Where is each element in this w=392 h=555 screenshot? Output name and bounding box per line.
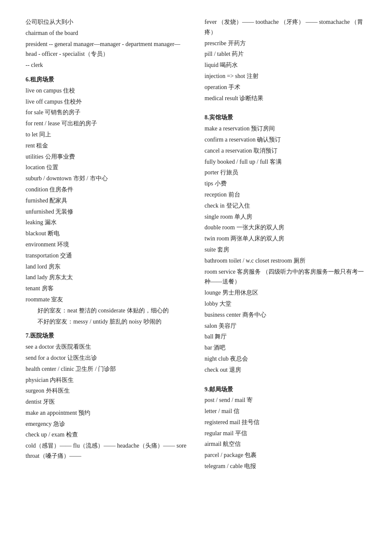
section-title: 6.租房场景 (26, 75, 187, 85)
entry-item: check in 登记入住 (205, 201, 366, 211)
entry-item: president -- general manager—manager - d… (26, 39, 187, 60)
entry-item: liquid 喝药水 (205, 60, 366, 70)
entry-item: for rent / lease 可出租的房子 (26, 119, 187, 129)
entry-item: location 位置 (26, 162, 187, 173)
entry-item: live on campus 住校 (26, 86, 187, 96)
entry-item: send for a doctor 让医生出诊 (26, 353, 187, 363)
entry-item: salon 美容厅 (205, 321, 366, 331)
entry-item: to let 同上 (26, 130, 187, 140)
entry-item: environment 环境 (26, 240, 187, 250)
entry-item: live off campus 住校外 (26, 97, 187, 107)
entry-item: telegram / cable 电报 (205, 461, 366, 471)
entry-item: parcel / package 包裹 (205, 450, 366, 460)
entry-item: 好的室友：neat 整洁的 considerate 体贴的，细心的 (26, 306, 187, 316)
entry-item: cold（感冒）—— flu（流感）—— headache（头痛）—— sore… (26, 441, 187, 461)
entry-item: ball 舞厅 (205, 332, 366, 342)
entry-item: tenant 房客 (26, 283, 187, 294)
entry-item: make a reservation 预订房间 (205, 124, 366, 134)
entry-item: night club 夜总会 (205, 354, 366, 364)
entry-item: 不好的室友：messy / untidy 脏乱的 noisy 吵闹的 (26, 317, 187, 327)
entry-item: pill / tablet 药片 (205, 49, 366, 59)
spacer (205, 104, 366, 109)
entry-item: health center / clinic 卫生所 / 门诊部 (26, 364, 187, 374)
entry-item: regular mail 平信 (205, 428, 366, 439)
entry-item: lounge 男士用休息区 (205, 288, 366, 298)
entry-item: leaking 漏水 (26, 217, 187, 228)
entry-item: 公司职位从大到小 (26, 17, 187, 27)
section-title: 8.宾馆场景 (205, 113, 366, 123)
entry-item: confirm a reservation 确认预订 (205, 135, 366, 145)
entry-item: land lord 房东 (26, 262, 187, 272)
left-column: 公司职位从大到小chairman of the boardpresident -… (26, 17, 187, 472)
entry-item: single room 单人房 (205, 212, 366, 222)
entry-item: check out 退房 (205, 365, 366, 375)
entry-item: reception 前台 (205, 190, 366, 200)
entry-item: emergency 急诊 (26, 419, 187, 429)
entry-item: suite 套房 (205, 245, 366, 255)
entry-item: land lady 房东太太 (26, 272, 187, 283)
entry-item: cancel a reservation 取消预订 (205, 146, 366, 156)
entry-item: airmail 航空信 (205, 439, 366, 449)
entry-item: prescribe 开药方 (205, 38, 366, 49)
entry-item: chairman of the board (26, 28, 187, 38)
entry-item: surgeon 外科医生 (26, 386, 187, 396)
entry-item: medical result 诊断结果 (205, 93, 366, 104)
entry-item: business center 商务中心 (205, 310, 366, 320)
entry-item: injection => shot 注射 (205, 71, 366, 81)
entry-item: porter 行旅员 (205, 168, 366, 178)
entry-item: lobby 大堂 (205, 299, 366, 309)
entry-item: operation 手术 (205, 82, 366, 92)
entry-item: suburb / downtown 市郊 / 市中心 (26, 173, 187, 184)
entry-item: blackout 断电 (26, 228, 187, 239)
entry-item: rent 租金 (26, 141, 187, 151)
entry-item: check up / exam 检查 (26, 430, 187, 440)
entry-item: post / send / mail 寄 (205, 395, 366, 405)
entry-item: transportation 交通 (26, 251, 187, 261)
entry-item: roommate 室友 (26, 295, 187, 305)
entry-item: unfurnished 无装修 (26, 207, 187, 217)
entry-item: make an appointment 预约 (26, 408, 187, 418)
entry-item: twin room 两张单人床的双人房 (205, 234, 366, 244)
entry-item: furnished 配家具 (26, 196, 187, 206)
entry-item: condition 住房条件 (26, 185, 187, 195)
entry-item: fully booked / full up / full 客满 (205, 157, 366, 167)
right-column: fever （发烧）—— toothache （牙疼） —— stomachac… (205, 17, 366, 472)
entry-item: bathroom toilet / w.c closet restroom 厕所 (205, 256, 366, 266)
entry-item: room service 客房服务 （四级听力中的客房服务一般只有考一种——送餐… (205, 267, 366, 287)
entry-item: registered mail 挂号信 (205, 417, 366, 428)
entry-item: tips 小费 (205, 179, 366, 189)
entry-item: double room 一张大床的双人房 (205, 223, 366, 233)
entry-item: bar 酒吧 (205, 343, 366, 353)
entry-item: see a doctor 去医院看医生 (26, 342, 187, 352)
entry-item: for sale 可销售的房子 (26, 107, 187, 118)
entry-item: dentist 牙医 (26, 397, 187, 407)
section-title: 9.邮局场景 (205, 384, 366, 395)
entry-item: physician 内科医生 (26, 375, 187, 385)
entry-item: letter / mail 信 (205, 406, 366, 416)
section-title: 7.医院场景 (26, 331, 187, 341)
entry-item: fever （发烧）—— toothache （牙疼） —— stomachac… (205, 17, 366, 38)
entry-item: -- clerk (26, 60, 187, 70)
entry-item: utilities 公用事业费 (26, 152, 187, 162)
spacer (205, 376, 366, 381)
